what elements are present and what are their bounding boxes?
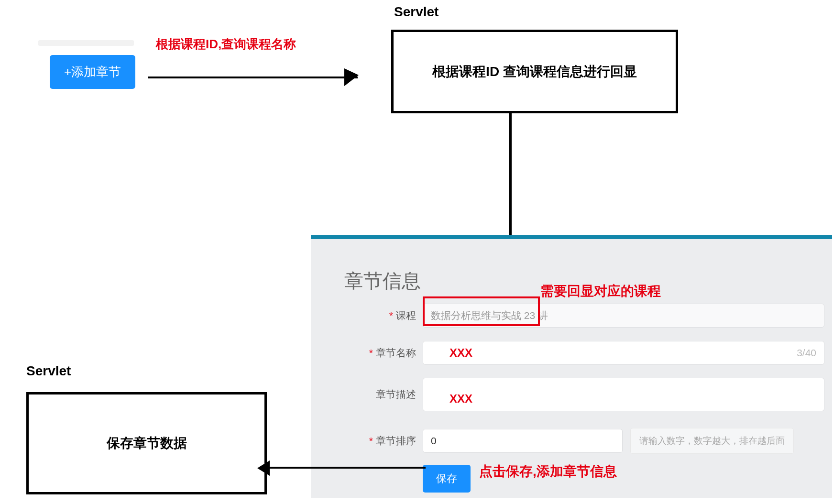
arrow-line xyxy=(148,77,358,78)
chapter-name-label: *章节名称 xyxy=(359,346,416,360)
servlet-box-query: 根据课程ID 查询课程信息进行回显 xyxy=(391,30,678,113)
highlight-box xyxy=(423,296,540,326)
servlet-box-save: 保存章节数据 xyxy=(26,392,267,494)
decorative-bar xyxy=(38,40,134,46)
order-hint: 请输入数字，数字越大，排在越后面 xyxy=(630,428,794,454)
chapter-name-input[interactable] xyxy=(423,341,824,365)
annotation-query: 根据课程ID,查询课程名称 xyxy=(156,36,296,53)
servlet-label-top: Servlet xyxy=(394,4,438,20)
annotation-echo: 需要回显对应的课程 xyxy=(540,282,661,300)
arrow-head-left-icon xyxy=(257,460,270,476)
chapter-desc-input[interactable] xyxy=(423,378,824,411)
arrow-head-right-icon xyxy=(344,68,359,86)
add-chapter-button[interactable]: +添加章节 xyxy=(50,55,135,89)
course-label: *课程 xyxy=(359,309,416,322)
annotation-save: 点击保存,添加章节信息 xyxy=(479,462,617,481)
chapter-desc-label: 章节描述 xyxy=(359,388,416,401)
servlet-label-bottom: Servlet xyxy=(26,363,71,379)
placeholder-xxx: XXX xyxy=(449,392,472,405)
placeholder-xxx: XXX xyxy=(449,346,472,360)
form-row-chapter-desc: 章节描述 xyxy=(359,378,824,411)
chapter-order-label: *章节排序 xyxy=(359,434,416,448)
chapter-form-panel: 章节信息 *课程 *章节名称 章节描述 *章节排序 请输入数字，数字越大，排在越… xyxy=(311,235,832,498)
arrow-line xyxy=(268,467,426,469)
save-button[interactable]: 保存 xyxy=(423,465,471,493)
form-row-chapter-order: *章节排序 请输入数字，数字越大，排在越后面 xyxy=(359,428,794,454)
form-row-chapter-name: *章节名称 xyxy=(359,341,824,365)
chapter-order-input[interactable] xyxy=(423,429,623,453)
form-title: 章节信息 xyxy=(344,268,421,294)
